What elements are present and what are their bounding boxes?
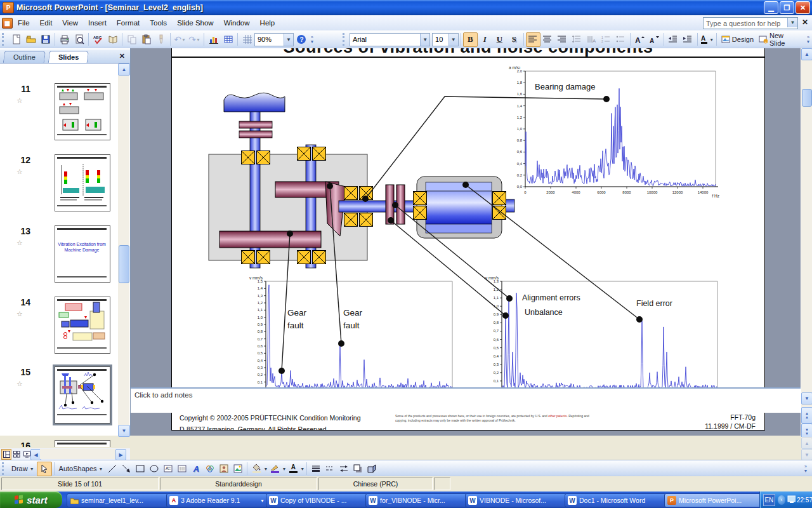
toolbar-grip[interactable] <box>2 462 7 475</box>
decrease-indent-button[interactable] <box>666 32 681 47</box>
previous-slide-button[interactable]: ▲▲ <box>801 407 812 424</box>
notes-placeholder[interactable]: Click to add notes <box>134 391 192 399</box>
chevron-down-icon[interactable]: ▼ <box>284 34 293 46</box>
print-button[interactable] <box>57 32 72 47</box>
rectangle-tool[interactable] <box>133 462 147 476</box>
slide-15[interactable]: Sources of vibration and noise component… <box>171 48 765 431</box>
decrease-font-button[interactable]: A <box>647 32 662 47</box>
menu-slideshow[interactable]: Slide Show <box>172 17 219 29</box>
line-tool[interactable] <box>105 462 119 476</box>
increase-indent-button[interactable] <box>681 32 695 47</box>
help-question-input[interactable]: Type a question for help ▼ <box>703 17 798 29</box>
wordart-tool[interactable]: A <box>189 462 203 476</box>
normal-view-button[interactable] <box>1 449 11 460</box>
align-left-button[interactable] <box>526 32 540 47</box>
font-color-button[interactable]: A <box>286 462 300 476</box>
close-document-icon[interactable]: ✕ <box>802 18 808 27</box>
language-indicator[interactable]: EN <box>763 494 775 506</box>
autoshapes-menu-button[interactable]: AutoShapes▼ <box>56 464 106 474</box>
slide-thumbnail-12[interactable] <box>55 154 110 211</box>
format-painter-button[interactable] <box>154 32 168 47</box>
scroll-down-icon[interactable]: ▼ <box>801 449 812 460</box>
taskbar-button-word-1[interactable]: W Copy of VIBNODE - ... <box>266 493 367 507</box>
numbering-button[interactable]: 12 <box>599 32 613 47</box>
dash-style-button[interactable] <box>323 462 337 476</box>
notes-scrollbar[interactable]: ▲ ▼ <box>801 437 812 460</box>
status-language[interactable]: Chinese (PRC) <box>318 478 433 490</box>
clock[interactable]: 22:57 <box>797 497 812 504</box>
toolbar-grip[interactable] <box>343 33 348 46</box>
taskbar-button-word-2[interactable]: W for_VIBNODE - Micr... <box>365 493 467 507</box>
text-shadow-button[interactable]: S <box>507 32 521 47</box>
arrow-tool[interactable] <box>119 462 133 476</box>
spelling-button[interactable]: ABC <box>91 32 105 47</box>
tab-outline[interactable]: Outline <box>3 51 46 63</box>
chevron-down-icon[interactable]: ▼ <box>787 18 797 27</box>
slide-thumbnail-14[interactable] <box>55 297 110 354</box>
menu-window[interactable]: Window <box>219 17 255 29</box>
zoom-combobox[interactable]: 90% ▼ <box>254 33 294 46</box>
menu-insert[interactable]: Insert <box>83 17 112 29</box>
scroll-up-icon[interactable]: ▲ <box>118 64 130 76</box>
select-objects-button[interactable] <box>37 462 52 476</box>
taskbar-button-word-3[interactable]: W VIBNODE - Microsof... <box>465 493 566 507</box>
line-spacing-icon[interactable] <box>570 32 584 47</box>
new-slide-button[interactable]: + New Slide <box>756 30 803 48</box>
scroll-up-icon[interactable]: ▲ <box>801 438 812 449</box>
menu-view[interactable]: View <box>57 17 83 29</box>
close-pane-icon[interactable]: ✕ <box>119 52 125 60</box>
text-direction-icon[interactable]: A <box>584 32 599 47</box>
slide-thumbnail-16[interactable] <box>55 440 110 447</box>
scroll-right-icon[interactable]: ▶ <box>115 449 126 460</box>
italic-button[interactable]: I <box>478 32 492 47</box>
line-color-button[interactable] <box>268 462 282 476</box>
scroll-down-icon[interactable]: ▼ <box>118 425 130 437</box>
copy-button[interactable] <box>124 32 139 47</box>
slide-sorter-view-button[interactable] <box>11 449 22 460</box>
taskbar-button-word-4[interactable]: W Doc1 - Microsoft Word <box>565 493 666 507</box>
font-color-button[interactable]: A▼ <box>700 32 714 47</box>
bullets-button[interactable] <box>613 32 628 47</box>
slide-thumbnail-15-selected[interactable] <box>55 366 110 424</box>
horizontal-scrollbar-track[interactable] <box>40 449 115 459</box>
shadow-style-button[interactable] <box>351 462 365 476</box>
minimize-button[interactable]: ▁ <box>764 1 778 14</box>
notes-pane[interactable]: Click to add notes <box>131 387 801 413</box>
scroll-up-icon[interactable]: ▲ <box>801 48 812 60</box>
restore-button[interactable]: ❐ <box>780 1 794 14</box>
font-name-combobox[interactable]: Arial ▼ <box>350 33 430 46</box>
diagram-tool[interactable] <box>203 462 217 476</box>
insert-picture-tool[interactable] <box>231 462 245 476</box>
scrollbar-thumb[interactable] <box>802 89 812 107</box>
clipart-tool[interactable] <box>217 462 231 476</box>
network-monitor-icon[interactable] <box>787 495 796 504</box>
paste-button[interactable] <box>139 32 154 47</box>
menu-file[interactable]: File <box>13 17 35 29</box>
toolbar-grip[interactable] <box>2 33 7 46</box>
start-button[interactable]: start <box>0 491 62 508</box>
design-button[interactable]: Design <box>719 34 756 45</box>
menu-edit[interactable]: Edit <box>35 17 58 29</box>
vertical-text-tool[interactable] <box>175 462 189 476</box>
hide-icons-icon[interactable]: ‹ <box>778 495 786 505</box>
undo-button[interactable]: ↶▼ <box>173 32 187 47</box>
status-design-template[interactable]: Standarddesign <box>160 478 317 490</box>
fill-color-button[interactable] <box>249 462 263 476</box>
chevron-down-icon[interactable]: ▼ <box>449 34 458 46</box>
slide-scrollbar[interactable]: ▲ ▼ ▲▲ ▼▼ <box>801 48 812 439</box>
menu-help[interactable]: Help <box>255 17 280 29</box>
title-bar[interactable]: P Microsoft PowerPoint - [Seminar_Level2… <box>0 0 812 15</box>
chevron-down-icon[interactable]: ▼ <box>420 34 429 46</box>
save-button[interactable] <box>38 32 53 47</box>
taskbar-button-powerpoint-active[interactable]: P Microsoft PowerPoi... <box>664 493 762 507</box>
scroll-down-icon[interactable]: ▼ <box>801 392 812 404</box>
slide-thumbnail-13[interactable]: Vibration Excitation from Machine Damage <box>55 225 110 283</box>
slide-thumbnail-11[interactable] <box>55 83 110 140</box>
bold-button[interactable]: B <box>463 32 478 47</box>
scrollbar-thumb[interactable] <box>119 245 129 283</box>
oval-tool[interactable] <box>147 462 161 476</box>
research-button[interactable] <box>105 32 120 47</box>
3d-style-button[interactable] <box>365 462 379 476</box>
help-button[interactable]: ? <box>294 32 308 47</box>
sidebar-scrollbar[interactable]: ▲ ▼ <box>118 64 129 436</box>
